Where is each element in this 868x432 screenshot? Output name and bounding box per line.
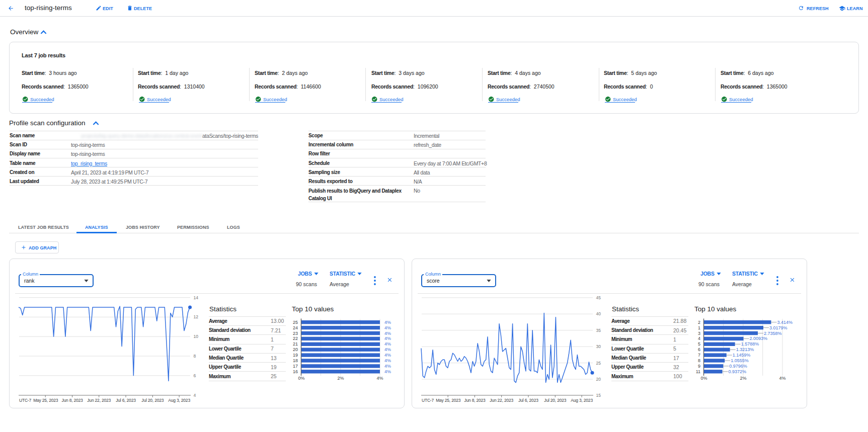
- svg-text:1.3213%: 1.3213%: [736, 347, 754, 352]
- svg-text:2: 2: [698, 320, 700, 325]
- svg-text:4%: 4%: [384, 358, 391, 363]
- svg-text:4%: 4%: [384, 369, 391, 374]
- svg-text:2.0093%: 2.0093%: [750, 336, 768, 341]
- svg-text:4%: 4%: [384, 320, 391, 325]
- svg-text:0%: 0%: [298, 376, 304, 381]
- svg-text:1: 1: [698, 325, 700, 330]
- svg-text:3.0179%: 3.0179%: [769, 325, 787, 330]
- svg-text:1.5788%: 1.5788%: [741, 341, 759, 347]
- svg-text:25: 25: [293, 320, 298, 325]
- svg-text:22: 22: [293, 336, 298, 341]
- svg-text:4%: 4%: [376, 376, 383, 381]
- svg-text:2%: 2%: [740, 376, 746, 381]
- svg-text:3.414%: 3.414%: [777, 320, 793, 325]
- svg-text:2.7358%: 2.7358%: [764, 331, 782, 336]
- svg-text:1.1459%: 1.1459%: [733, 353, 751, 358]
- svg-text:11: 11: [696, 369, 700, 374]
- svg-text:4%: 4%: [384, 364, 391, 369]
- svg-text:4: 4: [698, 336, 700, 341]
- svg-text:4%: 4%: [384, 341, 391, 347]
- svg-text:24: 24: [293, 325, 298, 330]
- svg-text:7: 7: [698, 353, 700, 358]
- svg-text:1.0555%: 1.0555%: [731, 358, 749, 363]
- svg-text:3: 3: [698, 331, 700, 336]
- svg-text:0.9372%: 0.9372%: [729, 369, 747, 374]
- svg-text:4%: 4%: [384, 353, 391, 358]
- svg-text:21: 21: [293, 341, 298, 347]
- svg-text:4%: 4%: [384, 331, 391, 336]
- svg-text:0.9796%: 0.9796%: [729, 364, 747, 369]
- svg-text:19: 19: [293, 353, 298, 358]
- svg-text:16: 16: [293, 369, 298, 374]
- svg-text:23: 23: [293, 331, 298, 336]
- svg-text:5: 5: [698, 341, 700, 347]
- svg-text:4%: 4%: [384, 347, 391, 352]
- svg-text:4%: 4%: [384, 325, 391, 330]
- svg-text:4%: 4%: [384, 336, 391, 341]
- svg-text:4%: 4%: [779, 376, 785, 381]
- svg-text:17: 17: [293, 364, 298, 369]
- svg-text:8: 8: [698, 358, 700, 363]
- svg-text:9: 9: [698, 364, 700, 369]
- svg-text:20: 20: [293, 347, 298, 352]
- svg-text:0%: 0%: [700, 376, 707, 381]
- svg-text:6: 6: [698, 347, 700, 352]
- svg-text:2%: 2%: [337, 376, 344, 381]
- svg-text:18: 18: [293, 358, 298, 363]
